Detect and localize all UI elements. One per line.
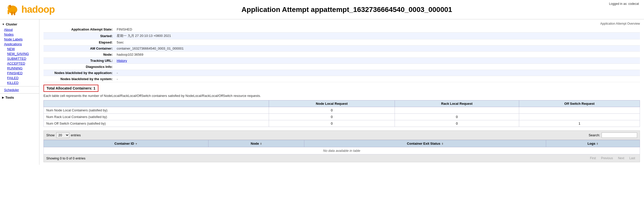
description-text: Each table cell represents the number of… bbox=[43, 94, 640, 98]
sidebar-item-finished[interactable]: FINISHED bbox=[0, 71, 39, 76]
search-input[interactable] bbox=[602, 132, 637, 138]
tools-arrow-icon: ▶ bbox=[2, 96, 4, 99]
sort-exit-status-icon: ⇕ bbox=[441, 142, 443, 145]
page-title: Application Attempt appattempt_163273666… bbox=[55, 6, 639, 14]
sort-container-id-icon: ▼ bbox=[135, 142, 138, 145]
previous-button[interactable]: Previous bbox=[599, 156, 615, 160]
hadoop-elephant-icon bbox=[5, 3, 20, 17]
main-content: Application Attempt Overview Application… bbox=[39, 19, 644, 165]
sidebar-item-node-labels[interactable]: Node Labels bbox=[0, 37, 39, 42]
hadoop-wordmark: hadoop bbox=[21, 4, 55, 15]
tracking-label: Tracking URL: bbox=[43, 58, 115, 64]
state-value: FINISHED bbox=[115, 26, 640, 33]
am-container-label: AM Container: bbox=[43, 46, 115, 52]
elapsed-label: Elapsed: bbox=[43, 39, 115, 46]
node-row-2: Num Off Switch Containers (satisfied by)… bbox=[44, 120, 640, 127]
total-allocated-box: Total Allocated Containers: 1 bbox=[43, 85, 98, 92]
sidebar-item-about[interactable]: About bbox=[0, 27, 39, 32]
show-label: Show bbox=[46, 133, 55, 137]
node-row-1-off bbox=[519, 114, 640, 120]
first-button[interactable]: First bbox=[588, 156, 598, 160]
svg-rect-3 bbox=[11, 12, 13, 15]
node-row-0-local: 0 bbox=[269, 107, 395, 114]
node-table-header-row: Node Local Request Rack Local Request Of… bbox=[44, 100, 640, 107]
cluster-section: ▼ Cluster About Nodes Node Labels Applic… bbox=[0, 21, 39, 92]
overview-label: Application Attempt Overview bbox=[43, 22, 640, 25]
elapsed-value: 5sec bbox=[115, 39, 640, 46]
sidebar-item-killed[interactable]: KILLED bbox=[0, 80, 39, 85]
tracking-link[interactable]: History bbox=[117, 59, 127, 63]
overview-row-elapsed: Elapsed: 5sec bbox=[43, 39, 640, 46]
svg-rect-4 bbox=[14, 12, 15, 15]
node-row-0-off bbox=[519, 107, 640, 114]
sidebar-item-applications[interactable]: Applications bbox=[0, 42, 39, 47]
col-node[interactable]: Node ⇕ bbox=[208, 140, 304, 147]
node-row-0-label: Num Node Local Containers (satisfied by) bbox=[44, 107, 269, 114]
no-data-message: No data available in table bbox=[44, 147, 640, 154]
col-container-id[interactable]: Container ID ▼ bbox=[44, 140, 208, 147]
overview-row-blacklisted-sys: Nodes blacklisted by the system: - bbox=[43, 76, 640, 82]
cluster-label: Cluster bbox=[6, 22, 17, 26]
node-row-2-rack: 0 bbox=[395, 120, 519, 127]
search-label: Search: bbox=[589, 133, 600, 137]
started-value: 星期一 九月 27 20:10:13 +0800 2021 bbox=[115, 33, 640, 39]
sidebar-item-new[interactable]: NEW bbox=[0, 47, 39, 51]
node-row-1-rack: 0 bbox=[395, 114, 519, 120]
overview-row-node: Node: hadoop102:36569 bbox=[43, 52, 640, 58]
overview-table: Application Attempt State: FINISHED Star… bbox=[43, 26, 640, 82]
header: hadoop Application Attempt appattempt_16… bbox=[0, 0, 644, 19]
tools-label: Tools bbox=[5, 96, 14, 99]
sidebar-divider bbox=[0, 86, 39, 86]
node-row-2-local: 0 bbox=[269, 120, 395, 127]
col-exit-status[interactable]: Container Exit Status ⇕ bbox=[304, 140, 546, 147]
sidebar: ▼ Cluster About Nodes Node Labels Applic… bbox=[0, 19, 39, 165]
show-bar-left: Show 20 10 25 50 100 entries bbox=[46, 132, 81, 138]
sidebar-item-failed[interactable]: FAILED bbox=[0, 76, 39, 80]
cluster-arrow-icon: ▼ bbox=[2, 23, 5, 26]
node-row-2-off: 1 bbox=[519, 120, 640, 127]
svg-point-7 bbox=[8, 7, 9, 7]
entries-label: entries bbox=[71, 133, 81, 137]
show-select[interactable]: 20 10 25 50 100 bbox=[56, 132, 69, 138]
col-logs-label: Logs bbox=[588, 142, 595, 145]
sidebar-item-new-saving[interactable]: NEW_SAVING bbox=[0, 51, 39, 56]
node-row-1-local: 0 bbox=[269, 114, 395, 120]
col-logs[interactable]: Logs ⇕ bbox=[546, 140, 640, 147]
blacklisted-sys-label: Nodes blacklisted by the system: bbox=[43, 76, 115, 82]
show-bar-right: Search: bbox=[589, 132, 637, 138]
last-button[interactable]: Last bbox=[627, 156, 637, 160]
state-label: Application Attempt State: bbox=[43, 26, 115, 33]
cluster-section-header[interactable]: ▼ Cluster bbox=[0, 21, 39, 27]
svg-point-5 bbox=[9, 5, 11, 8]
tracking-value: History bbox=[115, 58, 640, 64]
next-button[interactable]: Next bbox=[616, 156, 626, 160]
sort-logs-icon: ⇕ bbox=[596, 142, 598, 145]
blacklisted-sys-value: - bbox=[115, 76, 640, 82]
sidebar-item-accepted[interactable]: ACCEPTED bbox=[0, 61, 39, 66]
node-value: hadoop102:36569 bbox=[115, 52, 640, 58]
node-row-2-label: Num Off Switch Containers (satisfied by) bbox=[44, 120, 269, 127]
blacklisted-app-value: - bbox=[115, 70, 640, 76]
node-col-empty bbox=[44, 100, 269, 107]
col-exit-status-label: Container Exit Status bbox=[407, 142, 440, 145]
main-layout: ▼ Cluster About Nodes Node Labels Applic… bbox=[0, 19, 644, 165]
showing-text: Showing 0 to 0 of 0 entries bbox=[46, 156, 85, 160]
node-row-1-label: Num Rack Local Containers (satisfied by) bbox=[44, 114, 269, 120]
footer-bar: Showing 0 to 0 of 0 entries First Previo… bbox=[43, 154, 640, 162]
sidebar-item-scheduler[interactable]: Scheduler bbox=[0, 87, 39, 92]
no-data-row: No data available in table bbox=[44, 147, 640, 154]
sidebar-item-submitted[interactable]: SUBMITTED bbox=[0, 56, 39, 61]
node-row-1: Num Rack Local Containers (satisfied by)… bbox=[44, 114, 640, 120]
svg-rect-2 bbox=[8, 10, 9, 14]
node-row-0: Num Node Local Containers (satisfied by)… bbox=[44, 107, 640, 114]
node-col-rack: Rack Local Request bbox=[395, 100, 519, 107]
sidebar-item-running[interactable]: RUNNING bbox=[0, 66, 39, 71]
logo: hadoop bbox=[5, 3, 55, 17]
overview-row-am-container: AM Container: container_1632736664540_00… bbox=[43, 46, 640, 52]
overview-row-state: Application Attempt State: FINISHED bbox=[43, 26, 640, 33]
started-label: Started: bbox=[43, 33, 115, 39]
node-row-0-rack bbox=[395, 107, 519, 114]
data-table-header-row: Container ID ▼ Node ⇕ Container Exit Sta… bbox=[44, 140, 640, 147]
sidebar-item-nodes[interactable]: Nodes bbox=[0, 32, 39, 37]
tools-section-header[interactable]: ▶ Tools bbox=[0, 95, 39, 100]
